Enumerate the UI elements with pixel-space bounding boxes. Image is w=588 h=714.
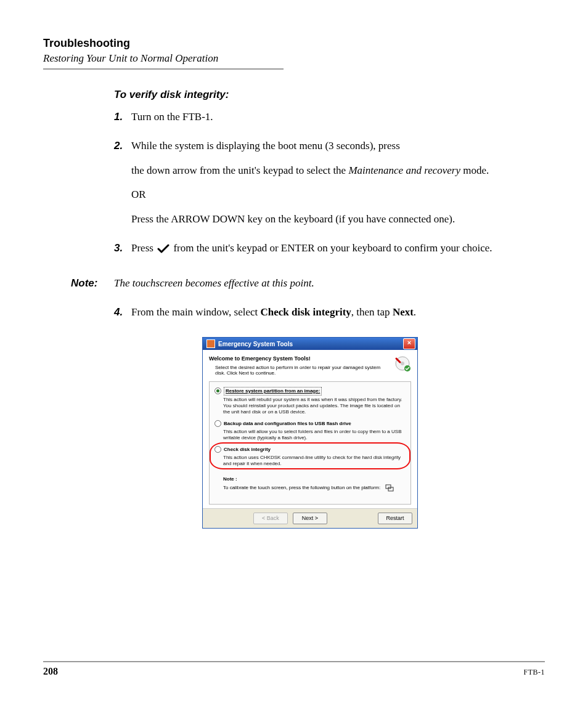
step-text: Press the ARROW DOWN key on the keyboard… (131, 211, 545, 227)
page-footer: 208 FTB-1 (43, 661, 545, 677)
back-button: < Back (253, 513, 288, 525)
step-1: 1. Turn on the FTB-1. (114, 109, 545, 134)
calibrate-icon (385, 484, 394, 492)
page-number: 208 (43, 666, 58, 677)
note-text: The touchscreen becomes effective at thi… (114, 277, 545, 290)
next-button[interactable]: Next > (293, 513, 327, 525)
radio-backup[interactable] (214, 420, 221, 427)
task-heading: To verify disk integrity: (114, 87, 545, 103)
step-text: Turn on the FTB-1. (131, 109, 545, 125)
welcome-subtitle: Select the desired action to perform in … (215, 365, 389, 376)
dialog-body: Welcome to Emergency System Tools! Selec… (203, 350, 417, 508)
welcome-title: Welcome to Emergency System Tools! (209, 355, 389, 363)
note-label: Note: (71, 277, 114, 290)
note-row: Note: The touchscreen becomes effective … (43, 277, 545, 290)
option-backup[interactable]: Backup data and configuration files to U… (214, 420, 406, 441)
check-icon (157, 244, 169, 254)
option-desc: This action will rebuild your system as … (223, 397, 406, 415)
option-restore[interactable]: Restore system partition from an image: … (214, 387, 406, 415)
dialog-titlebar: Emergency System Tools × (203, 338, 417, 350)
app-icon (206, 339, 215, 348)
step-4: 4. From the main window, select Check di… (114, 304, 545, 329)
section-subtitle: Restoring Your Unit to Normal Operation (43, 52, 545, 65)
restart-button[interactable]: Restart (378, 513, 412, 525)
step-text: the down arrow from the unit's keypad to… (131, 163, 545, 179)
dialog-note-text: To calibrate the touch screen, press the… (223, 484, 380, 492)
doc-id: FTB-1 (523, 668, 545, 677)
option-desc: This action will allow you to select fol… (223, 429, 406, 441)
svg-point-1 (401, 362, 404, 365)
radio-restore[interactable] (214, 387, 221, 394)
step-text: Press from the unit's keypad or ENTER on… (131, 240, 545, 256)
step-text: While the system is displaying the boot … (131, 138, 545, 154)
dialog-window: Emergency System Tools × Welcome to Emer… (202, 337, 418, 529)
radio-checkdisk[interactable] (214, 446, 221, 453)
option-label: Backup data and configuration files to U… (224, 420, 351, 428)
option-checkdisk[interactable]: Check disk integrity This action uses CH… (214, 446, 406, 467)
step-3: 3. Press from the unit's keypad or ENTER… (114, 240, 545, 265)
step-number: 2. (114, 138, 131, 235)
option-label: Restore system partition from an image: (224, 387, 322, 396)
disk-repair-icon (394, 355, 411, 372)
step-number: 3. (114, 240, 131, 265)
dialog-title: Emergency System Tools (218, 339, 403, 349)
options-group: Restore system partition from an image: … (209, 381, 411, 505)
close-icon[interactable]: × (403, 338, 415, 349)
step-text: OR (131, 187, 545, 203)
step-text: From the main window, select Check disk … (131, 304, 545, 320)
steps-list-cont: 4. From the main window, select Check di… (114, 304, 545, 329)
button-bar: < Back Next > Restart (203, 508, 417, 529)
option-desc: This action uses CHKDSK command-line uti… (223, 455, 406, 467)
dialog-note-label: Note : (223, 476, 237, 483)
dialog-note: Note : To calibrate the touch screen, pr… (214, 476, 406, 492)
step-number: 1. (114, 109, 131, 134)
header-rule (43, 68, 284, 70)
chapter-title: Troubleshooting (43, 37, 545, 50)
step-number: 4. (114, 304, 131, 329)
steps-list: 1. Turn on the FTB-1. 2. While the syste… (114, 109, 545, 265)
step-2: 2. While the system is displaying the bo… (114, 138, 545, 235)
option-label: Check disk integrity (224, 446, 271, 453)
footer-rule (43, 661, 545, 662)
